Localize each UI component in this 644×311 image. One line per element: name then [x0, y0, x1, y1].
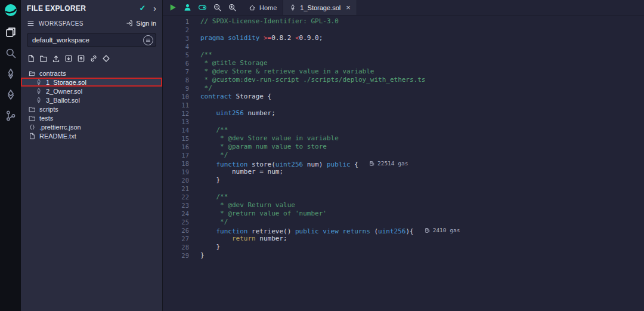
line-number[interactable]: 11	[163, 101, 189, 109]
publish-icon[interactable]	[77, 54, 85, 63]
tree-item-prettierrc-json[interactable]: .prettierrc.json	[21, 122, 162, 131]
line-number[interactable]: 26	[163, 226, 189, 235]
accept-check-icon[interactable]: ✓	[139, 4, 145, 13]
upload-file-icon[interactable]	[52, 54, 60, 63]
line-number[interactable]: 16	[163, 143, 189, 151]
line-number[interactable]: 15	[163, 134, 189, 143]
code-line-22[interactable]: 22 /**	[163, 193, 644, 201]
sign-in-button[interactable]: Sign in	[126, 20, 156, 27]
code-line-24[interactable]: 24 * @return value of 'number'	[163, 210, 644, 218]
tab-1-storage-sol[interactable]: 1_Storage.sol×	[283, 0, 357, 15]
code-line-21[interactable]: 21	[163, 184, 644, 193]
code-line-8[interactable]: 8 * @custom:dev-run-script ./scripts/dep…	[163, 76, 644, 84]
line-number[interactable]: 20	[163, 176, 189, 184]
code-line-12[interactable]: 12 uint256 number;	[163, 109, 644, 118]
line-number[interactable]: 7	[163, 67, 189, 76]
line-number[interactable]: 23	[163, 201, 189, 210]
code-line-23[interactable]: 23 * @dev Return value	[163, 201, 644, 210]
solidity-compiler-icon[interactable]	[5, 68, 17, 80]
line-number[interactable]: 9	[163, 84, 189, 93]
line-number[interactable]: 25	[163, 218, 189, 226]
code-line-18[interactable]: 18 function store(uint256 num) public {2…	[163, 159, 644, 168]
code-line-16[interactable]: 16 * @param num value to store	[163, 143, 644, 151]
zoom-in-icon[interactable]	[228, 3, 237, 12]
user-icon[interactable]	[183, 3, 192, 12]
code-token: /**	[200, 193, 228, 201]
import-url-icon[interactable]	[89, 54, 98, 63]
close-tab-icon[interactable]: ×	[346, 4, 351, 11]
tree-item-3-ballot-sol[interactable]: 3_Ballot.sol	[21, 96, 162, 104]
remix-logo-icon[interactable]	[4, 3, 18, 17]
line-number[interactable]: 3	[163, 34, 189, 42]
code-line-26[interactable]: 26 function retrieve() public view retur…	[163, 226, 644, 235]
line-number[interactable]: 17	[163, 151, 189, 159]
code-line-25[interactable]: 25 */	[163, 218, 644, 226]
line-number[interactable]: 18	[163, 159, 189, 168]
code-line-19[interactable]: 19 number = num;	[163, 168, 644, 176]
search-icon[interactable]	[5, 47, 17, 59]
line-number[interactable]: 29	[163, 251, 189, 260]
workspaces-menu-icon[interactable]	[27, 20, 35, 27]
tree-item-tests[interactable]: tests	[21, 113, 162, 122]
code-editor[interactable]: 1// SPDX-License-Identifier: GPL-3.023pr…	[163, 16, 644, 311]
code-line-11[interactable]: 11	[163, 101, 644, 109]
line-number[interactable]: 4	[163, 42, 189, 51]
code-line-7[interactable]: 7 * @dev Store & retrieve value in a var…	[163, 67, 644, 76]
code-token: number = num;	[200, 168, 283, 175]
line-number[interactable]: 13	[163, 118, 189, 126]
tree-item-readme-txt[interactable]: README.txt	[21, 131, 162, 140]
line-number[interactable]: 12	[163, 109, 189, 118]
new-file-icon[interactable]	[27, 54, 35, 63]
workspace-select[interactable]: default_workspace	[27, 33, 156, 47]
code-line-1[interactable]: 1// SPDX-License-Identifier: GPL-3.0	[163, 17, 644, 26]
git-icon[interactable]	[5, 110, 17, 122]
upload-folder-icon[interactable]	[64, 54, 73, 63]
run-script-button[interactable]	[168, 3, 177, 12]
code-line-20[interactable]: 20 }	[163, 176, 644, 184]
line-number[interactable]: 21	[163, 184, 189, 193]
tree-item-contracts[interactable]: contracts	[21, 69, 162, 78]
tree-item-1-storage-sol[interactable]: 1_Storage.sol	[21, 78, 162, 87]
code-text: */	[189, 151, 228, 159]
collapse-panel-icon[interactable]: ›	[153, 4, 156, 13]
file-explorer-icon[interactable]	[5, 26, 17, 38]
line-number[interactable]: 1	[163, 17, 189, 26]
line-number[interactable]: 6	[163, 59, 189, 67]
line-number[interactable]: 24	[163, 210, 189, 218]
code-line-5[interactable]: 5/**	[163, 51, 644, 59]
code-line-3[interactable]: 3pragma solidity >=0.8.2 <0.9.0;	[163, 34, 644, 42]
code-line-15[interactable]: 15 * @dev Store value in variable	[163, 134, 644, 143]
code-line-4[interactable]: 4	[163, 42, 644, 51]
line-number[interactable]: 10	[163, 93, 189, 101]
code-line-9[interactable]: 9 */	[163, 84, 644, 93]
tree-item-2-owner-sol[interactable]: 2_Owner.sol	[21, 87, 162, 96]
code-line-2[interactable]: 2	[163, 26, 644, 34]
deploy-and-run-icon[interactable]	[5, 89, 17, 101]
code-line-10[interactable]: 10contract Storage {	[163, 93, 644, 101]
solidity-file-icon	[35, 97, 42, 104]
line-number[interactable]: 22	[163, 193, 189, 201]
code-token: * @dev Return value	[200, 201, 299, 209]
line-number[interactable]: 14	[163, 126, 189, 134]
line-number[interactable]: 5	[163, 51, 189, 59]
preview-toggle-icon[interactable]	[198, 3, 207, 12]
publish-gist-icon[interactable]	[102, 54, 110, 63]
code-line-17[interactable]: 17 */	[163, 151, 644, 159]
new-folder-icon[interactable]	[39, 54, 48, 63]
line-number[interactable]: 2	[163, 26, 189, 34]
tab-home[interactable]: Home	[243, 0, 283, 15]
code-line-6[interactable]: 6 * @title Storage	[163, 59, 644, 67]
code-line-14[interactable]: 14 /**	[163, 126, 644, 134]
line-number[interactable]: 27	[163, 235, 189, 243]
zoom-out-icon[interactable]	[213, 3, 222, 12]
line-number[interactable]: 19	[163, 168, 189, 176]
code-line-13[interactable]: 13	[163, 118, 644, 126]
workspace-options-button[interactable]	[143, 35, 153, 45]
tree-item-scripts[interactable]: scripts	[21, 104, 162, 113]
code-line-27[interactable]: 27 return number;	[163, 235, 644, 243]
line-number[interactable]: 28	[163, 243, 189, 251]
code-line-29[interactable]: 29}	[163, 251, 644, 260]
code-line-28[interactable]: 28 }	[163, 243, 644, 251]
line-number[interactable]: 8	[163, 76, 189, 84]
code-token: 0.9.0;	[299, 34, 323, 42]
